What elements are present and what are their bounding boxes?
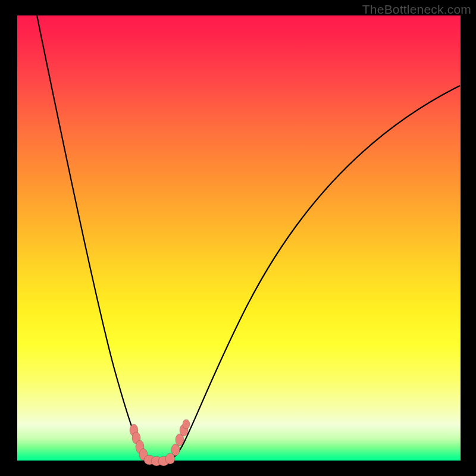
- curve-right-branch: [157, 86, 460, 460]
- data-bead: [183, 419, 190, 429]
- curve-left-branch: [36, 12, 157, 460]
- watermark-text: TheBottleneck.com: [362, 2, 471, 17]
- bottleneck-curve: [17, 15, 461, 461]
